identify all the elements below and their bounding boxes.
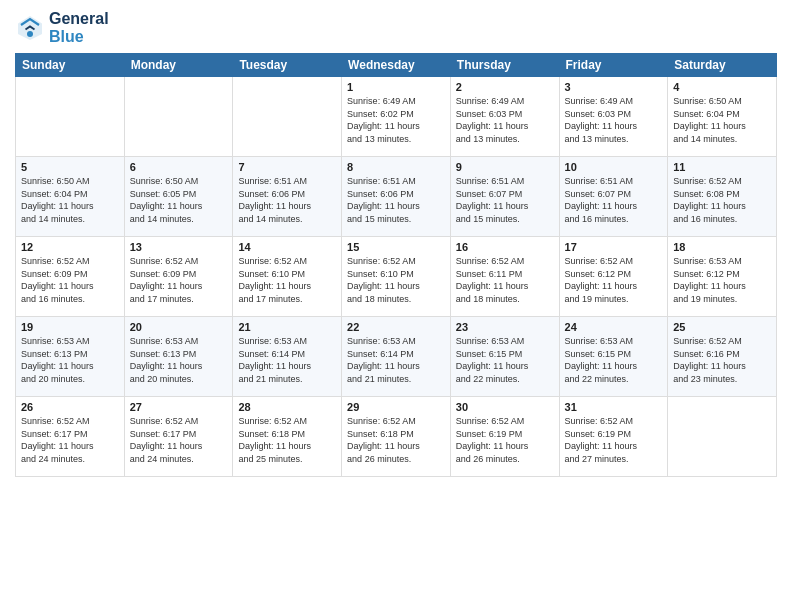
day-number: 8 [347,161,445,173]
weekday-header: Sunday [16,54,125,77]
calendar-week-row: 19Sunrise: 6:53 AM Sunset: 6:13 PM Dayli… [16,317,777,397]
calendar-cell: 29Sunrise: 6:52 AM Sunset: 6:18 PM Dayli… [342,397,451,477]
calendar-cell: 12Sunrise: 6:52 AM Sunset: 6:09 PM Dayli… [16,237,125,317]
weekday-header: Thursday [450,54,559,77]
calendar-cell [668,397,777,477]
cell-info: Sunrise: 6:49 AM Sunset: 6:02 PM Dayligh… [347,95,445,145]
cell-info: Sunrise: 6:52 AM Sunset: 6:12 PM Dayligh… [565,255,663,305]
calendar-table: SundayMondayTuesdayWednesdayThursdayFrid… [15,53,777,477]
cell-info: Sunrise: 6:53 AM Sunset: 6:14 PM Dayligh… [238,335,336,385]
cell-info: Sunrise: 6:50 AM Sunset: 6:04 PM Dayligh… [673,95,771,145]
cell-info: Sunrise: 6:52 AM Sunset: 6:16 PM Dayligh… [673,335,771,385]
calendar-week-row: 26Sunrise: 6:52 AM Sunset: 6:17 PM Dayli… [16,397,777,477]
cell-info: Sunrise: 6:52 AM Sunset: 6:17 PM Dayligh… [130,415,228,465]
cell-info: Sunrise: 6:53 AM Sunset: 6:15 PM Dayligh… [565,335,663,385]
calendar-cell: 23Sunrise: 6:53 AM Sunset: 6:15 PM Dayli… [450,317,559,397]
cell-info: Sunrise: 6:53 AM Sunset: 6:12 PM Dayligh… [673,255,771,305]
calendar-cell: 3Sunrise: 6:49 AM Sunset: 6:03 PM Daylig… [559,77,668,157]
weekday-header: Wednesday [342,54,451,77]
cell-info: Sunrise: 6:52 AM Sunset: 6:17 PM Dayligh… [21,415,119,465]
cell-info: Sunrise: 6:52 AM Sunset: 6:09 PM Dayligh… [21,255,119,305]
calendar-cell: 9Sunrise: 6:51 AM Sunset: 6:07 PM Daylig… [450,157,559,237]
calendar-cell: 20Sunrise: 6:53 AM Sunset: 6:13 PM Dayli… [124,317,233,397]
cell-info: Sunrise: 6:52 AM Sunset: 6:09 PM Dayligh… [130,255,228,305]
calendar-cell: 31Sunrise: 6:52 AM Sunset: 6:19 PM Dayli… [559,397,668,477]
day-number: 26 [21,401,119,413]
calendar-cell [16,77,125,157]
cell-info: Sunrise: 6:53 AM Sunset: 6:13 PM Dayligh… [21,335,119,385]
calendar-cell: 4Sunrise: 6:50 AM Sunset: 6:04 PM Daylig… [668,77,777,157]
day-number: 20 [130,321,228,333]
cell-info: Sunrise: 6:53 AM Sunset: 6:15 PM Dayligh… [456,335,554,385]
day-number: 21 [238,321,336,333]
day-number: 22 [347,321,445,333]
weekday-header: Saturday [668,54,777,77]
day-number: 16 [456,241,554,253]
calendar-cell: 26Sunrise: 6:52 AM Sunset: 6:17 PM Dayli… [16,397,125,477]
header: General Blue [15,10,777,45]
cell-info: Sunrise: 6:49 AM Sunset: 6:03 PM Dayligh… [456,95,554,145]
calendar-cell: 17Sunrise: 6:52 AM Sunset: 6:12 PM Dayli… [559,237,668,317]
calendar-cell: 30Sunrise: 6:52 AM Sunset: 6:19 PM Dayli… [450,397,559,477]
cell-info: Sunrise: 6:52 AM Sunset: 6:10 PM Dayligh… [347,255,445,305]
calendar-cell: 5Sunrise: 6:50 AM Sunset: 6:04 PM Daylig… [16,157,125,237]
logo-text: General Blue [49,10,109,45]
page: General Blue SundayMondayTuesdayWednesda… [0,0,792,612]
day-number: 5 [21,161,119,173]
calendar-cell: 22Sunrise: 6:53 AM Sunset: 6:14 PM Dayli… [342,317,451,397]
day-number: 18 [673,241,771,253]
day-number: 30 [456,401,554,413]
day-number: 14 [238,241,336,253]
day-number: 12 [21,241,119,253]
svg-point-1 [27,31,33,37]
day-number: 6 [130,161,228,173]
day-number: 9 [456,161,554,173]
calendar-cell: 18Sunrise: 6:53 AM Sunset: 6:12 PM Dayli… [668,237,777,317]
logo-icon [15,13,45,43]
calendar-cell: 14Sunrise: 6:52 AM Sunset: 6:10 PM Dayli… [233,237,342,317]
cell-info: Sunrise: 6:51 AM Sunset: 6:07 PM Dayligh… [565,175,663,225]
cell-info: Sunrise: 6:51 AM Sunset: 6:06 PM Dayligh… [347,175,445,225]
calendar-week-row: 12Sunrise: 6:52 AM Sunset: 6:09 PM Dayli… [16,237,777,317]
weekday-header: Friday [559,54,668,77]
calendar-cell: 11Sunrise: 6:52 AM Sunset: 6:08 PM Dayli… [668,157,777,237]
cell-info: Sunrise: 6:50 AM Sunset: 6:05 PM Dayligh… [130,175,228,225]
day-number: 2 [456,81,554,93]
calendar-cell: 24Sunrise: 6:53 AM Sunset: 6:15 PM Dayli… [559,317,668,397]
cell-info: Sunrise: 6:52 AM Sunset: 6:19 PM Dayligh… [456,415,554,465]
cell-info: Sunrise: 6:53 AM Sunset: 6:14 PM Dayligh… [347,335,445,385]
weekday-header: Tuesday [233,54,342,77]
calendar-week-row: 1Sunrise: 6:49 AM Sunset: 6:02 PM Daylig… [16,77,777,157]
day-number: 11 [673,161,771,173]
calendar-cell: 2Sunrise: 6:49 AM Sunset: 6:03 PM Daylig… [450,77,559,157]
weekday-header: Monday [124,54,233,77]
cell-info: Sunrise: 6:52 AM Sunset: 6:08 PM Dayligh… [673,175,771,225]
calendar-cell: 25Sunrise: 6:52 AM Sunset: 6:16 PM Dayli… [668,317,777,397]
calendar-cell: 28Sunrise: 6:52 AM Sunset: 6:18 PM Dayli… [233,397,342,477]
day-number: 28 [238,401,336,413]
cell-info: Sunrise: 6:49 AM Sunset: 6:03 PM Dayligh… [565,95,663,145]
calendar-cell: 21Sunrise: 6:53 AM Sunset: 6:14 PM Dayli… [233,317,342,397]
day-number: 31 [565,401,663,413]
day-number: 7 [238,161,336,173]
day-number: 15 [347,241,445,253]
cell-info: Sunrise: 6:52 AM Sunset: 6:18 PM Dayligh… [238,415,336,465]
day-number: 13 [130,241,228,253]
logo: General Blue [15,10,109,45]
cell-info: Sunrise: 6:50 AM Sunset: 6:04 PM Dayligh… [21,175,119,225]
day-number: 24 [565,321,663,333]
calendar-cell: 15Sunrise: 6:52 AM Sunset: 6:10 PM Dayli… [342,237,451,317]
calendar-cell: 10Sunrise: 6:51 AM Sunset: 6:07 PM Dayli… [559,157,668,237]
cell-info: Sunrise: 6:51 AM Sunset: 6:06 PM Dayligh… [238,175,336,225]
cell-info: Sunrise: 6:52 AM Sunset: 6:18 PM Dayligh… [347,415,445,465]
calendar-cell: 13Sunrise: 6:52 AM Sunset: 6:09 PM Dayli… [124,237,233,317]
calendar-cell: 7Sunrise: 6:51 AM Sunset: 6:06 PM Daylig… [233,157,342,237]
calendar-cell: 16Sunrise: 6:52 AM Sunset: 6:11 PM Dayli… [450,237,559,317]
day-number: 23 [456,321,554,333]
day-number: 1 [347,81,445,93]
cell-info: Sunrise: 6:52 AM Sunset: 6:10 PM Dayligh… [238,255,336,305]
calendar-week-row: 5Sunrise: 6:50 AM Sunset: 6:04 PM Daylig… [16,157,777,237]
day-number: 3 [565,81,663,93]
day-number: 25 [673,321,771,333]
calendar-cell: 1Sunrise: 6:49 AM Sunset: 6:02 PM Daylig… [342,77,451,157]
